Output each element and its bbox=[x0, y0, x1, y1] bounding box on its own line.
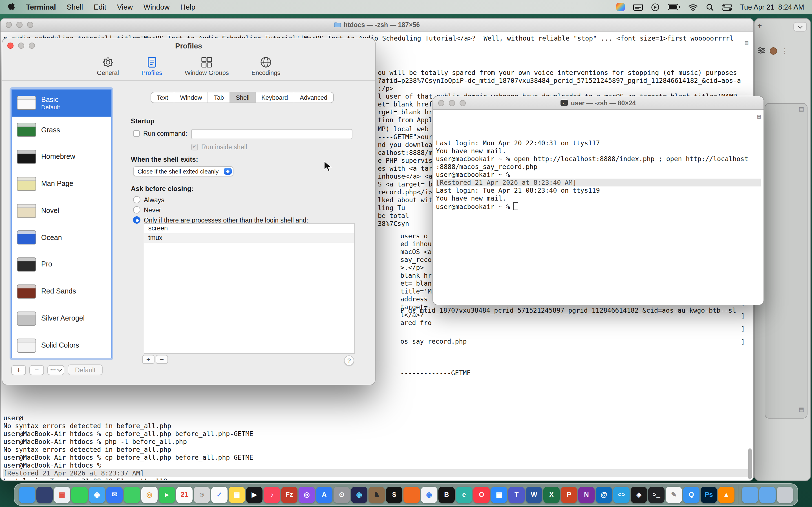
onenote[interactable]: N bbox=[578, 487, 595, 503]
opera[interactable]: O bbox=[473, 487, 490, 503]
bible[interactable]: B bbox=[439, 487, 455, 503]
zoom-button[interactable] bbox=[460, 100, 466, 106]
close-button[interactable] bbox=[6, 22, 12, 28]
tab-overview-icon[interactable]: ▤ bbox=[745, 39, 748, 47]
tv[interactable]: ▶ bbox=[246, 487, 262, 503]
avatar[interactable] bbox=[770, 47, 777, 54]
menu-item[interactable]: View bbox=[117, 3, 133, 11]
minimize-button[interactable] bbox=[18, 43, 24, 49]
wifi-icon[interactable] bbox=[688, 4, 697, 10]
tab-overflow-button[interactable] bbox=[794, 22, 807, 32]
chess[interactable]: ♞ bbox=[368, 487, 385, 503]
app-store[interactable]: A bbox=[316, 487, 333, 503]
screen-app-icon[interactable] bbox=[616, 3, 624, 11]
notes[interactable]: ▤ bbox=[229, 487, 245, 503]
profile-list-item[interactable]: Man Page bbox=[12, 170, 111, 198]
menu-item[interactable]: Shell bbox=[66, 3, 83, 11]
tab-item[interactable]: Tab bbox=[208, 93, 230, 103]
tab-overview-icon[interactable]: ▤ bbox=[799, 106, 804, 112]
reminders[interactable]: ✓ bbox=[211, 487, 227, 503]
window-titlebar[interactable]: htdocs — -zsh — 187×56 bbox=[1, 18, 753, 32]
zoom-button[interactable] bbox=[29, 43, 35, 49]
quicktime[interactable]: Q bbox=[683, 487, 700, 503]
menu-clock[interactable]: Tue Apr 21 8:24 AM bbox=[740, 3, 804, 11]
terminal[interactable]: >_ bbox=[648, 487, 665, 503]
add-process-button[interactable]: + bbox=[142, 355, 154, 364]
toolbar-item-profiles[interactable]: Profiles bbox=[137, 55, 167, 77]
profile-list-item[interactable]: Ocean bbox=[12, 224, 111, 251]
powerpoint[interactable]: P bbox=[561, 487, 577, 503]
menu-app-name[interactable]: Terminal bbox=[26, 3, 56, 11]
contacts[interactable]: ☺ bbox=[194, 487, 210, 503]
close-button[interactable] bbox=[7, 43, 13, 49]
toolbar-item-encodings[interactable]: Encodings bbox=[247, 55, 285, 77]
profile-list-item[interactable]: Solid Colors bbox=[12, 332, 111, 358]
new-tab-button[interactable]: + bbox=[757, 21, 762, 30]
mail[interactable]: ✉ bbox=[106, 487, 123, 503]
word[interactable]: W bbox=[526, 487, 542, 503]
menu-item[interactable]: Edit bbox=[94, 3, 106, 11]
siri[interactable]: ◉ bbox=[351, 487, 367, 503]
profile-list-item[interactable]: Grass bbox=[12, 117, 111, 144]
stocks[interactable]: $ bbox=[386, 487, 402, 503]
trash[interactable] bbox=[777, 487, 793, 503]
messages[interactable] bbox=[71, 487, 88, 503]
calendar[interactable]: 21 bbox=[176, 487, 193, 503]
maps[interactable] bbox=[124, 487, 140, 503]
sliders-icon[interactable] bbox=[758, 46, 765, 56]
toolbar-item-window-groups[interactable]: Window Groups bbox=[180, 55, 234, 77]
folder-documents[interactable] bbox=[742, 487, 758, 503]
profile-list-item[interactable]: Basic Default bbox=[12, 90, 111, 117]
profile-list-item[interactable]: Red Sands bbox=[12, 278, 111, 305]
vlc[interactable]: ▲ bbox=[718, 487, 734, 503]
tab-item[interactable]: Advanced bbox=[294, 93, 333, 103]
kebab-menu-icon[interactable]: ⋮ bbox=[781, 48, 788, 54]
toolbar-item-general[interactable]: General bbox=[93, 55, 123, 77]
set-default-button[interactable]: Default bbox=[68, 364, 103, 375]
profile-list-item[interactable]: Homebrew bbox=[12, 144, 111, 170]
radio-option[interactable]: Never bbox=[133, 206, 308, 214]
run-inside-shell-checkbox[interactable] bbox=[191, 144, 198, 151]
help-button[interactable]: ? bbox=[344, 355, 354, 365]
minimize-button[interactable] bbox=[449, 100, 455, 106]
tab-item[interactable]: Window bbox=[174, 93, 207, 103]
vscode[interactable]: <> bbox=[613, 487, 629, 503]
menu-item[interactable]: Help bbox=[181, 3, 196, 11]
process-list-item[interactable]: screen bbox=[144, 224, 354, 233]
edge[interactable]: e bbox=[456, 487, 472, 503]
podcasts[interactable]: ◎ bbox=[299, 487, 315, 503]
scrollbar-thumb[interactable] bbox=[748, 448, 752, 480]
profile-list-item[interactable]: Pro bbox=[12, 251, 111, 278]
tab-item[interactable]: Keyboard bbox=[255, 93, 294, 103]
facetime[interactable]: ▸ bbox=[159, 487, 175, 503]
launchpad[interactable] bbox=[36, 487, 53, 503]
remove-profile-button[interactable]: − bbox=[29, 365, 44, 375]
add-profile-button[interactable]: + bbox=[11, 365, 26, 375]
minimize-button[interactable] bbox=[16, 22, 22, 28]
radio-option[interactable]: Always bbox=[133, 195, 308, 204]
filezilla[interactable]: Fz bbox=[281, 487, 297, 503]
system-preferences[interactable]: ⊙ bbox=[334, 487, 350, 503]
control-center-icon[interactable] bbox=[722, 4, 732, 10]
search-icon[interactable] bbox=[706, 3, 714, 11]
apple-menu-icon[interactable] bbox=[8, 2, 15, 12]
photos[interactable]: ◎ bbox=[141, 487, 158, 503]
firefox[interactable] bbox=[403, 487, 420, 503]
run-command-checkbox[interactable] bbox=[133, 130, 140, 137]
teams[interactable]: T bbox=[508, 487, 525, 503]
remove-process-button[interactable]: − bbox=[156, 355, 168, 364]
window-titlebar[interactable]: Profiles bbox=[2, 38, 375, 53]
folder-downloads[interactable] bbox=[759, 487, 776, 503]
app-grid[interactable]: ▤ bbox=[54, 487, 70, 503]
profile-list-item[interactable]: Silver Aerogel bbox=[12, 305, 111, 332]
github[interactable]: ◈ bbox=[631, 487, 647, 503]
play-icon[interactable] bbox=[651, 3, 659, 11]
photoshop[interactable]: Ps bbox=[701, 487, 717, 503]
profile-list-item[interactable]: Novel bbox=[12, 197, 111, 224]
keyboard-icon[interactable] bbox=[633, 4, 643, 10]
zoom-button[interactable] bbox=[27, 22, 33, 28]
process-list-item[interactable]: tmux bbox=[144, 233, 354, 243]
close-button[interactable] bbox=[438, 100, 444, 106]
window-titlebar[interactable]: ›_ user — -zsh — 80×24 bbox=[433, 96, 763, 110]
profile-actions-button[interactable]: ••• bbox=[47, 365, 64, 375]
